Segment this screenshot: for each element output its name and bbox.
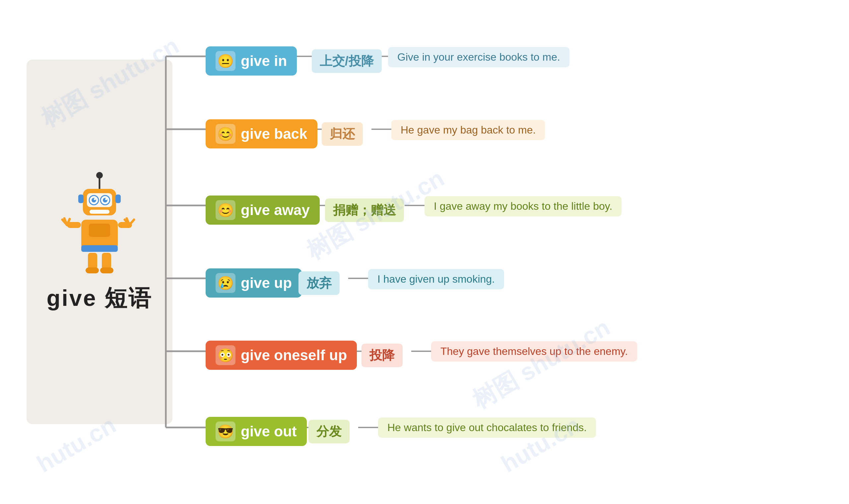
panel-title: give 短语 [47, 283, 153, 313]
emoji-give-oneself-up: 😳 [215, 345, 236, 365]
phrase-give-back: 😊 give back [206, 119, 317, 148]
example-give-oneself-up: They gave themselves up to the enemy. [431, 341, 637, 361]
svg-rect-25 [102, 253, 111, 269]
label-give-up: give up [241, 275, 292, 291]
emoji-give-up: 😢 [215, 273, 236, 293]
phrase-give-up: 😢 give up [206, 268, 302, 298]
svg-point-1 [96, 172, 103, 179]
meaning-give-oneself-up: 投降 [362, 344, 403, 367]
label-give-in: give in [241, 53, 287, 69]
phrase-give-away: 😊 give away [206, 196, 320, 225]
svg-rect-12 [89, 210, 109, 214]
example-give-up: I have given up smoking. [368, 269, 504, 289]
emoji-give-out: 😎 [215, 421, 236, 442]
svg-rect-24 [88, 253, 97, 269]
meaning-give-back: 归还 [322, 122, 363, 146]
label-give-oneself-up: give oneself up [241, 347, 347, 363]
phrase-give-out: 😎 give out [206, 417, 307, 446]
phrase-give-in: 😐 give in [206, 47, 297, 75]
emoji-give-back: 😊 [215, 124, 236, 144]
svg-rect-15 [81, 245, 118, 252]
meaning-give-in: 上交/投降 [312, 49, 382, 73]
example-give-in: Give in your exercise books to me. [388, 47, 569, 67]
meaning-give-up: 放弃 [298, 271, 340, 295]
meaning-give-out: 分发 [308, 420, 349, 443]
meaning-give-away: 捐赠；赠送 [325, 198, 404, 222]
svg-rect-14 [89, 224, 110, 237]
label-give-out: give out [241, 423, 297, 440]
robot-icon [60, 170, 139, 277]
example-give-out: He wants to give out chocalates to frien… [378, 417, 596, 438]
example-give-back: He gave my bag back to me. [391, 120, 545, 140]
phrase-give-oneself-up: 😳 give oneself up [206, 341, 357, 370]
label-give-away: give away [241, 202, 310, 218]
svg-rect-26 [86, 267, 99, 273]
emoji-give-away: 😊 [215, 200, 236, 220]
svg-rect-11 [116, 195, 121, 203]
label-give-back: give back [241, 126, 308, 142]
example-give-away: I gave away my books to the little boy. [424, 196, 622, 216]
emoji-give-in: 😐 [215, 51, 236, 71]
svg-point-9 [105, 198, 107, 200]
svg-rect-10 [78, 195, 84, 203]
svg-point-8 [94, 198, 96, 200]
svg-rect-27 [100, 267, 114, 273]
mindmap: 😐 give in 上交/投降 Give in your exercise bo… [146, 20, 829, 504]
